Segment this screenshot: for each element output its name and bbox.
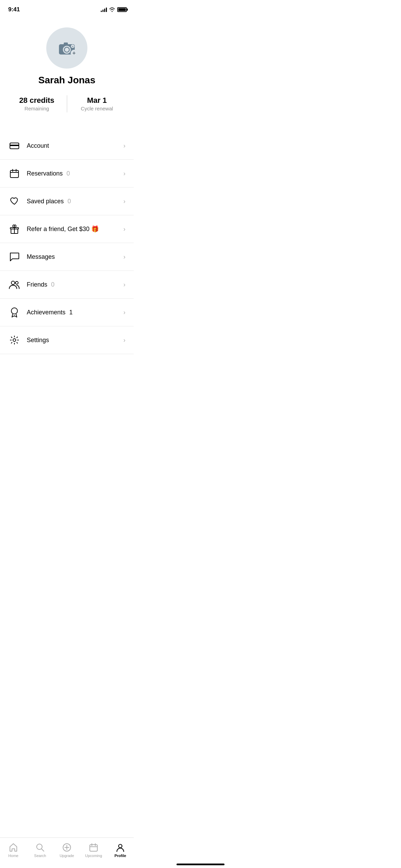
svg-rect-8: [10, 170, 19, 178]
saved-places-label: Saved places 0: [27, 198, 121, 205]
account-label: Account: [27, 142, 121, 149]
battery-icon: [117, 7, 127, 12]
svg-point-16: [15, 281, 18, 284]
renewal-date: Mar 1: [87, 96, 107, 105]
messages-label: Messages: [27, 253, 121, 261]
menu-item-messages[interactable]: Messages ›: [0, 243, 134, 271]
status-bar: 9:41: [0, 0, 134, 17]
message-icon: [8, 251, 21, 263]
credits-section: 28 credits Remaining Mar 1 Cycle renewal: [7, 93, 127, 115]
calendar-icon: [8, 167, 21, 180]
refer-label: Refer a friend, Get $30 🎁: [27, 225, 121, 233]
chevron-icon: ›: [123, 337, 125, 344]
chevron-icon: ›: [123, 198, 125, 205]
card-icon: [8, 140, 21, 152]
svg-point-18: [13, 339, 16, 341]
svg-rect-7: [10, 145, 19, 146]
menu-item-account[interactable]: Account ›: [0, 132, 134, 160]
settings-label: Settings: [27, 337, 121, 344]
credits-label: Remaining: [24, 106, 49, 111]
reservations-badge: 0: [66, 170, 70, 177]
credits-remaining: 28 credits Remaining: [7, 93, 67, 115]
menu-item-refer[interactable]: Refer a friend, Get $30 🎁 ›: [0, 215, 134, 243]
achievement-icon: [8, 306, 21, 318]
friends-label: Friends 0: [27, 281, 121, 288]
achievements-label: Achievements 1: [27, 309, 121, 316]
menu-item-reservations[interactable]: Reservations 0 ›: [0, 160, 134, 188]
svg-point-2: [65, 48, 69, 52]
chevron-icon: ›: [123, 142, 125, 149]
reservations-label: Reservations 0: [27, 170, 121, 177]
profile-header: + + Sarah Jonas 28 credits Remaining Mar…: [0, 17, 134, 129]
menu-item-achievements[interactable]: Achievements 1 ›: [0, 299, 134, 326]
credits-value: 28 credits: [19, 96, 54, 105]
chevron-icon: ›: [123, 281, 125, 288]
chevron-icon: ›: [123, 170, 125, 177]
add-photo-badge: +: [71, 50, 77, 57]
friends-icon: [8, 278, 21, 291]
menu-list: Account › Reservations 0 ›: [0, 129, 134, 354]
gift-icon: [8, 223, 21, 235]
menu-item-friends[interactable]: Friends 0 ›: [0, 271, 134, 299]
achievements-badge: 1: [69, 309, 73, 316]
menu-item-settings[interactable]: Settings ›: [0, 326, 134, 354]
renewal-label: Cycle renewal: [81, 106, 113, 111]
svg-rect-3: [64, 43, 68, 45]
chevron-icon: ›: [123, 309, 125, 316]
chevron-icon: ›: [123, 253, 125, 261]
avatar[interactable]: + +: [46, 27, 87, 69]
svg-point-17: [11, 308, 17, 314]
svg-point-15: [11, 281, 15, 285]
menu-item-saved-places[interactable]: Saved places 0 ›: [0, 188, 134, 215]
svg-text:+: +: [72, 45, 74, 48]
status-icons: [101, 7, 127, 12]
settings-icon: [8, 334, 21, 346]
profile-name: Sarah Jonas: [38, 75, 96, 86]
heart-icon: [8, 195, 21, 207]
renewal-info: Mar 1 Cycle renewal: [67, 93, 127, 115]
saved-places-badge: 0: [68, 198, 71, 205]
friends-badge: 0: [51, 281, 54, 288]
camera-icon: + +: [58, 40, 76, 56]
chevron-icon: ›: [123, 226, 125, 233]
wifi-icon: [109, 7, 115, 12]
status-time: 9:41: [8, 6, 20, 13]
signal-icon: [101, 7, 107, 12]
